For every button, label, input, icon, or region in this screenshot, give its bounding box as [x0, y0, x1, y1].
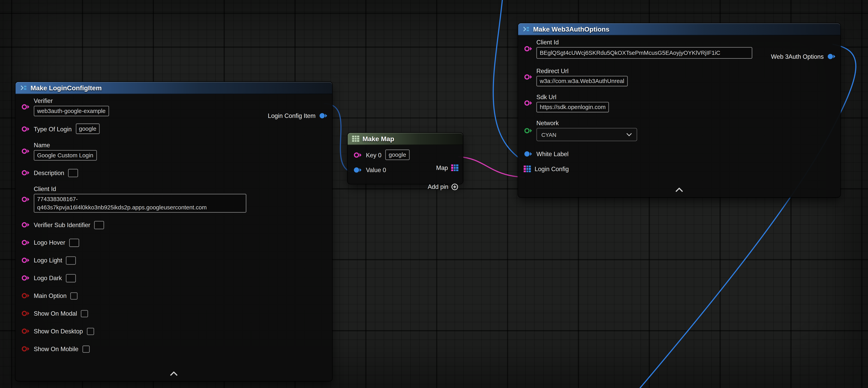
- value-0-label: Value 0: [366, 167, 386, 173]
- sdk-url-label: Sdk Url: [536, 94, 609, 100]
- logo-dark-input[interactable]: [66, 274, 76, 282]
- output-row-login-config-item: Login Config Item: [268, 111, 328, 121]
- pin-name[interactable]: [21, 148, 30, 155]
- key-0-label: Key 0: [366, 151, 381, 158]
- node-header-make-loginconfigitem[interactable]: Make LoginConfigItem: [16, 82, 332, 94]
- verifier-label: Verifier: [34, 97, 109, 104]
- logo-light-input[interactable]: [66, 256, 76, 264]
- pin-row-show-on-modal: Show On Modal: [16, 308, 332, 319]
- logo-hover-label: Logo Hover: [34, 239, 65, 246]
- show-on-mobile-checkbox[interactable]: [82, 345, 90, 353]
- add-pin-button[interactable]: Add pin: [428, 182, 458, 191]
- add-pin-label: Add pin: [428, 183, 448, 190]
- pin-show-on-desktop[interactable]: [21, 328, 30, 335]
- type-of-login-input[interactable]: google: [75, 123, 99, 134]
- show-on-desktop-checkbox[interactable]: [87, 327, 94, 335]
- pin-network[interactable]: [524, 127, 532, 134]
- chevron-up-icon: [169, 371, 178, 376]
- wire-map-to-login-config[interactable]: [459, 157, 525, 177]
- pin-row-main-option: Main Option: [16, 291, 332, 301]
- pin-show-on-modal[interactable]: [21, 310, 30, 317]
- output-label: Login Config Item: [268, 112, 315, 119]
- pin-key-0[interactable]: [353, 151, 362, 158]
- pin-row-verifier-sub-identifier: Verifier Sub Identifier: [16, 220, 332, 230]
- pin-row-logo-hover: Logo Hover: [16, 238, 332, 248]
- collapse-node-button[interactable]: [169, 368, 178, 378]
- pin-row-white-label: White Label: [518, 149, 840, 159]
- node-make-map[interactable]: Make Map Map Add pin: [348, 133, 463, 184]
- pin-row-description: Description: [16, 168, 332, 178]
- verifier-input[interactable]: web3auth-google-example: [34, 106, 109, 116]
- network-dropdown[interactable]: CYAN: [536, 128, 637, 141]
- pin-row-logo-dark: Logo Dark: [16, 273, 332, 283]
- pin-logo-dark[interactable]: [21, 275, 30, 281]
- network-selected-value: CYAN: [541, 131, 556, 138]
- blueprint-editor: Make LoginConfigItem Login Config Item V…: [0, 0, 868, 388]
- pin-main-option[interactable]: [21, 292, 30, 299]
- pin-row-type-of-login: Type Of Login google: [16, 123, 332, 134]
- pin-row-network: Network CYAN: [518, 120, 840, 141]
- network-label: Network: [536, 120, 637, 126]
- redirect-url-label: Redirect Url: [536, 68, 628, 74]
- make-struct-icon: [20, 84, 27, 91]
- show-on-mobile-label: Show On Mobile: [34, 346, 79, 352]
- show-on-desktop-label: Show On Desktop: [34, 328, 83, 335]
- main-option-checkbox[interactable]: [70, 292, 78, 299]
- collapse-node-button[interactable]: [675, 184, 684, 195]
- pin-logo-light[interactable]: [21, 257, 30, 264]
- pin-verifier-sub-identifier[interactable]: [21, 221, 30, 228]
- client-id-input[interactable]: BEglQSgt4cUWcj6SKRdu5QkOXTsePmMcusG5EAoy…: [536, 47, 752, 59]
- node-make-web3authoptions[interactable]: Make Web3AuthOptions Web 3Auth Options C…: [518, 23, 840, 197]
- pin-row-key-0: Key 0 google: [348, 149, 463, 160]
- pin-login-config[interactable]: [524, 166, 531, 172]
- output-row-web3auth-options: Web 3Auth Options: [771, 52, 836, 61]
- verifier-sub-identifier-input[interactable]: [94, 220, 104, 229]
- type-of-login-label: Type Of Login: [34, 125, 71, 132]
- key-0-input[interactable]: google: [385, 149, 409, 160]
- client-id-input[interactable]: 774338308167- q463s7kpvja16l4l0kko3nb925…: [34, 194, 246, 212]
- redirect-url-input[interactable]: w3a://com.w3a.Web3AuthUnreal: [536, 76, 628, 86]
- pin-client-id[interactable]: [524, 46, 532, 52]
- map-output-label: Map: [436, 165, 448, 171]
- make-struct-icon: [523, 25, 530, 33]
- pin-value-0[interactable]: [353, 167, 362, 173]
- chevron-up-icon: [675, 188, 684, 192]
- node-header-make-web3authoptions[interactable]: Make Web3AuthOptions: [518, 23, 840, 35]
- description-label: Description: [34, 169, 64, 176]
- pin-show-on-mobile[interactable]: [21, 346, 30, 352]
- node-title: Make Map: [363, 135, 394, 143]
- make-map-icon: [352, 136, 359, 142]
- pin-redirect-url[interactable]: [524, 74, 532, 81]
- pin-row-show-on-desktop: Show On Desktop: [16, 326, 332, 336]
- node-make-loginconfigitem[interactable]: Make LoginConfigItem Login Config Item V…: [16, 82, 332, 381]
- pin-white-label[interactable]: [524, 151, 532, 157]
- pin-row-logo-light: Logo Light: [16, 255, 332, 265]
- node-title: Make Web3AuthOptions: [533, 25, 610, 33]
- output-row-map: Map: [436, 163, 459, 173]
- logo-hover-input[interactable]: [69, 238, 79, 247]
- add-pin-plus-icon: [451, 183, 459, 190]
- pin-login-config-item-output[interactable]: [319, 112, 328, 119]
- pin-description[interactable]: [21, 169, 30, 176]
- web3auth-options-output-label: Web 3Auth Options: [771, 53, 824, 60]
- pin-verifier[interactable]: [21, 103, 30, 110]
- pin-map-output[interactable]: [451, 165, 459, 171]
- pin-sdk-url[interactable]: [524, 100, 532, 107]
- main-option-label: Main Option: [34, 292, 67, 299]
- pin-client-id[interactable]: [21, 196, 30, 203]
- pin-row-login-config: Login Config: [518, 164, 840, 174]
- pin-row-sdk-url: Sdk Url https://sdk.openlogin.com: [518, 94, 840, 112]
- logo-light-label: Logo Light: [34, 257, 62, 264]
- logo-dark-label: Logo Dark: [34, 275, 62, 281]
- sdk-url-input[interactable]: https://sdk.openlogin.com: [536, 102, 609, 112]
- pin-web3auth-options-output[interactable]: [827, 53, 836, 60]
- pin-type-of-login[interactable]: [21, 125, 30, 132]
- pin-logo-hover[interactable]: [21, 239, 30, 246]
- show-on-modal-checkbox[interactable]: [81, 310, 88, 317]
- description-input[interactable]: [68, 169, 78, 177]
- name-input[interactable]: Google Custom Login: [34, 150, 97, 160]
- verifier-sub-identifier-label: Verifier Sub Identifier: [34, 221, 90, 228]
- white-label-label: White Label: [536, 151, 569, 157]
- pin-row-redirect-url: Redirect Url w3a://com.w3a.Web3AuthUnrea…: [518, 68, 840, 86]
- node-header-make-map[interactable]: Make Map: [348, 133, 463, 145]
